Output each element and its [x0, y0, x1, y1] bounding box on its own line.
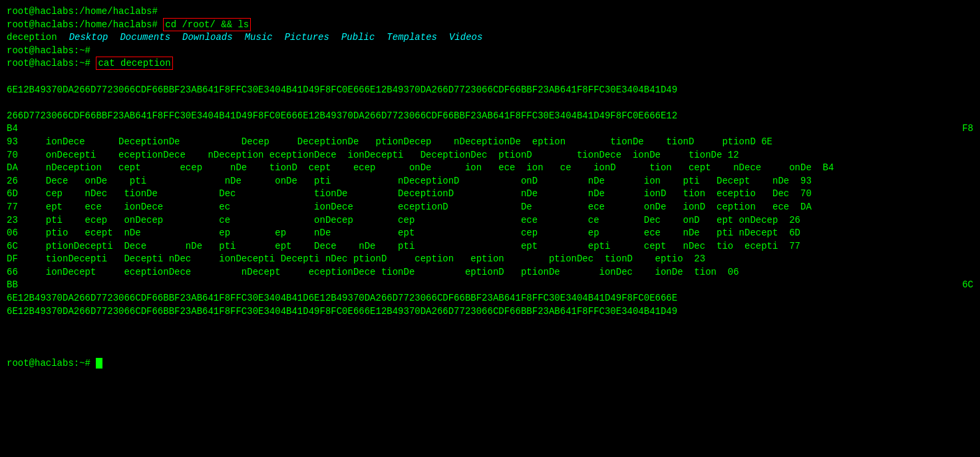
blank-2	[7, 96, 973, 110]
line-5: root@haclabs:~# cat deception	[7, 57, 973, 71]
line-4: root@haclabs:~#	[7, 45, 973, 58]
table-row-2: 70 onDecepti eceptionDece nDeception ece…	[7, 149, 973, 162]
blank-1	[7, 71, 973, 84]
blank-3	[7, 318, 973, 331]
table-row-6: 77 ept ece ionDece ec ionDece eceptionD …	[7, 201, 973, 214]
blank-4	[7, 344, 973, 357]
attribution-line: by HacLabs	[7, 331, 973, 345]
b4-left: B4	[7, 122, 18, 136]
hex-line-1: 6E12B49370DA266D7723066CDF66BBF23AB641F8…	[7, 84, 973, 97]
table-row-4: 26 Dece onDe pti nDe onDe pti nDeception…	[7, 175, 973, 188]
table-row-5: 6D cep nDec tionDe Dec tionDe DeceptionD…	[7, 188, 973, 201]
line-1: root@haclabs:/home/haclabs#	[7, 5, 973, 19]
f8-right: F8	[962, 122, 973, 136]
table-row-9: 6C ptionDecepti Dece nDe pti ept Dece nD…	[7, 240, 973, 253]
hex-line-3: 6E12B49370DA266D7723066CDF66BBF23AB641F8…	[7, 292, 973, 305]
hex-line-2: 266D7723066CDF66BBF23AB641F8FFC30E3404B4…	[7, 110, 973, 123]
bb-left: BB	[7, 279, 18, 292]
line-2: root@haclabs:/home/haclabs# cd /root/ &&…	[7, 19, 973, 32]
dir-templates: Templates	[387, 31, 437, 45]
terminal: root@haclabs:/home/haclabs# root@haclabs…	[7, 5, 973, 371]
table-row-11: 66 ionDecept eceptionDece nDecept ecepti…	[7, 266, 973, 279]
hex-line-4: 6E12B49370DA266D7723066CDF66BBF23AB641F8…	[7, 305, 973, 319]
prompt-5: root@haclabs:~#	[7, 58, 96, 69]
dir-pictures: Pictures	[285, 31, 329, 45]
cursor	[96, 358, 102, 369]
table-row-8: 06 ptio ecept nDe ep ep nDe ept cep ep e…	[7, 227, 973, 240]
dir-music: Music	[245, 31, 273, 45]
prompt-2: root@haclabs:/home/haclabs#	[7, 19, 163, 30]
table-row-1: 93 ionDece DeceptionDe Decep DeceptionDe…	[7, 136, 973, 149]
table-row-3: DA nDeception cept ecep nDe tionD cept e…	[7, 162, 973, 175]
line-dirs: deception Desktop Documents Downloads Mu…	[7, 31, 973, 45]
dir-public: Public	[341, 31, 375, 45]
dir-documents: Documents	[120, 31, 170, 45]
command-5: cat deception	[96, 57, 172, 70]
table-row-7: 23 pti ecep onDecep ce onDecep cep ece c…	[7, 214, 973, 228]
command-2: cd /root/ && ls	[163, 18, 251, 31]
dir-videos: Videos	[449, 31, 482, 45]
table-row-10: DF tionDecepti Decepti nDec ionDecepti D…	[7, 253, 973, 266]
dir-desktop: Desktop	[69, 31, 108, 45]
dir-downloads: Downloads	[182, 31, 233, 45]
final-prompt: root@haclabs:~#	[7, 357, 973, 371]
bb-6c-line: BB6C	[7, 279, 973, 292]
dir-deception: deception	[7, 31, 57, 45]
6c-right: 6C	[962, 279, 973, 292]
b4-f8-line: B4F8	[7, 122, 973, 136]
